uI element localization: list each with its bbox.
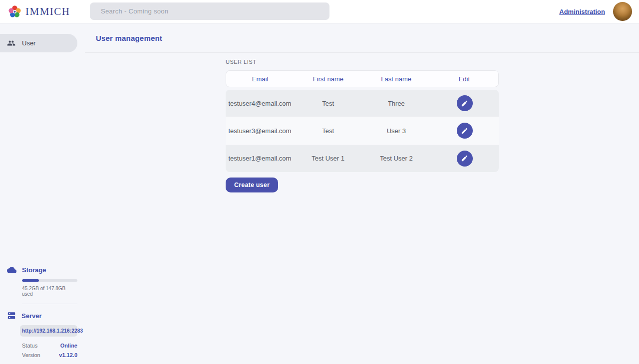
search-input[interactable] xyxy=(90,2,329,20)
server-status-row: Status Online xyxy=(22,343,77,349)
status-label: Status xyxy=(22,343,37,349)
table-row: testuser4@email.com Test Three xyxy=(226,90,499,117)
edit-user-button[interactable] xyxy=(457,95,473,111)
edit-user-button[interactable] xyxy=(457,123,473,139)
user-last-name: User 3 xyxy=(362,127,431,135)
page-title: User management xyxy=(96,34,162,42)
user-avatar[interactable] xyxy=(613,2,632,21)
version-value: v1.12.0 xyxy=(59,352,77,358)
user-email: testuser3@email.com xyxy=(226,127,294,135)
storage-usage-text: 45.2GB of 147.8GB used xyxy=(22,286,77,297)
version-label: Version xyxy=(22,352,40,358)
column-header-first-name: First name xyxy=(294,75,362,83)
cloud-icon xyxy=(7,265,16,275)
user-email: testuser1@email.com xyxy=(226,155,294,162)
administration-link[interactable]: Administration xyxy=(559,8,605,15)
app-name: IMMICH xyxy=(25,5,70,18)
user-first-name: Test xyxy=(294,100,362,107)
user-table: testuser4@email.com Test Three xyxy=(226,90,499,172)
table-row: testuser3@email.com Test User 3 xyxy=(226,117,499,145)
sidebar-item-label: User xyxy=(22,39,35,47)
main-content: User management USER LIST Email First na… xyxy=(85,23,639,364)
pencil-icon xyxy=(461,127,468,135)
sidebar-status-panel: Storage 45.2GB of 147.8GB used Server xyxy=(0,265,85,358)
storage-title: Storage xyxy=(22,266,46,274)
user-first-name: Test User 1 xyxy=(294,155,362,162)
storage-header: Storage xyxy=(7,265,77,275)
edit-user-button[interactable] xyxy=(457,151,473,167)
user-last-name: Three xyxy=(362,100,431,107)
server-url: http://192.168.1.216:2283 xyxy=(20,325,77,337)
sidebar: User Storage 45.2GB of 147.8GB used xyxy=(0,23,85,364)
users-icon xyxy=(7,39,15,47)
column-header-last-name: Last name xyxy=(362,75,430,83)
server-title: Server xyxy=(21,312,41,320)
server-header: Server xyxy=(7,311,77,320)
user-last-name: Test User 2 xyxy=(362,155,431,162)
table-row: testuser1@email.com Test User 1 Test Use… xyxy=(226,145,499,172)
user-first-name: Test xyxy=(294,127,362,135)
server-version-row: Version v1.12.0 xyxy=(22,352,77,358)
user-email: testuser4@email.com xyxy=(226,100,294,107)
column-header-edit: Edit xyxy=(430,75,498,83)
storage-progress-bar xyxy=(22,279,77,282)
server-icon xyxy=(7,311,16,320)
pencil-icon xyxy=(461,155,468,162)
user-list-label: USER LIST xyxy=(226,59,499,65)
status-value: Online xyxy=(60,343,77,349)
sidebar-divider xyxy=(22,304,77,304)
table-header-row: Email First name Last name Edit xyxy=(226,70,499,87)
top-bar: IMMICH Administration xyxy=(0,0,639,23)
create-user-button[interactable]: Create user xyxy=(226,178,278,192)
pencil-icon xyxy=(461,100,468,107)
sidebar-item-user[interactable]: User xyxy=(0,34,77,52)
page-title-bar: User management xyxy=(85,23,639,53)
storage-progress-fill xyxy=(22,279,39,282)
column-header-email: Email xyxy=(226,75,294,83)
app-logo[interactable]: IMMICH xyxy=(0,5,70,18)
immich-flower-icon xyxy=(8,5,21,18)
